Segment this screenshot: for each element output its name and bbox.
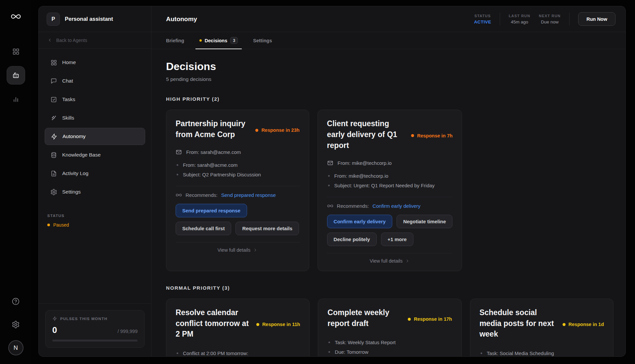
- response-badge: Response in 1d: [563, 307, 604, 340]
- detail-item: Task: Social Media Scheduling: [480, 348, 604, 356]
- nav-label: Activity Log: [62, 170, 88, 176]
- action-button-primary[interactable]: Send prepared response: [176, 204, 247, 217]
- sparkle-icon: [50, 115, 57, 122]
- detail-item: Task: Weekly Status Report: [327, 338, 452, 347]
- detail-item: From: sarah@acme.com: [176, 160, 300, 170]
- app-rail: N: [0, 0, 31, 364]
- normal-priority-grid: Resolve calendar conflict tomorrow at 2 …: [166, 299, 614, 356]
- agent-status-block: STATUS Paused: [39, 202, 151, 228]
- tab-settings[interactable]: Settings: [253, 32, 272, 49]
- action-buttons: Send prepared response Schedule call fir…: [176, 204, 300, 235]
- tab-briefing[interactable]: Briefing: [166, 32, 184, 49]
- rail-dashboard-button[interactable]: [9, 44, 23, 59]
- mail-row: From: mike@techcorp.io: [327, 160, 453, 166]
- decision-card: Schedule social media posts for next wee…: [470, 299, 614, 356]
- rail-analytics-button[interactable]: [9, 92, 23, 106]
- detail-item: From: mike@techcorp.io: [327, 171, 453, 181]
- meta-next-run: NEXT RUN Due now: [539, 14, 561, 24]
- bullet-icon: [328, 175, 330, 177]
- action-button[interactable]: Negotiate timeline: [397, 215, 452, 228]
- agent-avatar: P: [47, 13, 60, 26]
- dashboard-grid-icon: [12, 48, 20, 55]
- header-meta: STATUS ACTIVE LAST RUN 45m ago NEXT RUN …: [474, 12, 615, 26]
- infinity-icon: [176, 192, 182, 198]
- pulses-label: PULSES THIS MONTH: [60, 317, 107, 321]
- bullet-icon: [177, 174, 178, 175]
- nav-item-autonomy[interactable]: Autonomy: [45, 128, 145, 145]
- action-button[interactable]: Schedule call first: [176, 222, 231, 235]
- nav-item-settings[interactable]: Settings: [45, 183, 145, 200]
- action-button-more[interactable]: +1 more: [381, 233, 413, 246]
- section-label-high-priority: HIGH PRIORITY (2): [166, 96, 614, 102]
- rail-bottom: N: [8, 294, 23, 355]
- run-now-button[interactable]: Run Now: [578, 12, 615, 26]
- bullet-icon: [177, 352, 178, 354]
- bullet-icon: [177, 164, 178, 166]
- chevron-right-icon: [253, 248, 258, 252]
- detail-list: Task: Social Media Scheduling Drafts rea…: [480, 348, 604, 356]
- recommended-action-link[interactable]: Confirm early delivery: [372, 203, 420, 209]
- home-grid-icon: [50, 59, 57, 66]
- nav-item-skills[interactable]: Skills: [45, 109, 145, 127]
- status-value: Paused: [47, 222, 143, 228]
- nav-item-activity-log[interactable]: Activity Log: [45, 165, 145, 182]
- nav-label: Autonomy: [63, 133, 86, 139]
- user-avatar[interactable]: N: [8, 340, 23, 355]
- nav-label: Home: [62, 59, 76, 65]
- action-button[interactable]: Decline politely: [327, 233, 377, 246]
- decisions-count-badge: 3: [230, 37, 238, 44]
- back-label: Back to Agents: [56, 38, 87, 43]
- rail-settings-button[interactable]: [9, 317, 23, 332]
- decision-card: Resolve calendar conflict tomorrow at 2 …: [166, 299, 310, 356]
- recommendation-row: Recommends: Send prepared response: [176, 192, 300, 198]
- view-full-details-link[interactable]: View full details: [327, 253, 453, 268]
- document-icon: [50, 170, 57, 177]
- action-button-primary[interactable]: Confirm early delivery: [327, 215, 393, 228]
- nav-item-knowledge-base[interactable]: Knowledge Base: [45, 146, 145, 164]
- infinity-icon: [327, 203, 333, 209]
- pulses-used-count: 0: [52, 325, 57, 335]
- divider: [569, 13, 570, 25]
- nav-label: Knowledge Base: [62, 152, 101, 158]
- help-button[interactable]: [9, 294, 23, 309]
- nav-item-home[interactable]: Home: [45, 54, 145, 71]
- chevron-left-icon: [47, 38, 52, 43]
- agent-panel: P Personal assistant Back to Agents Home…: [39, 6, 151, 356]
- detail-list: Task: Weekly Status Report Due: Tomorrow: [327, 338, 452, 356]
- back-to-agents-link[interactable]: Back to Agents: [39, 32, 151, 49]
- gear-icon: [12, 320, 20, 329]
- agent-nav: Home Chat Tasks Skills Autonomy Knowledg…: [39, 49, 151, 202]
- card-title: Schedule social media posts for next wee…: [480, 307, 559, 340]
- task-check-icon: [50, 96, 57, 103]
- agent-title: Personal assistant: [65, 16, 113, 22]
- rail-agents-button[interactable]: [7, 66, 25, 85]
- help-circle-icon: [12, 297, 20, 306]
- tab-bar: Briefing Decisions 3 Settings: [151, 32, 625, 49]
- nav-item-chat[interactable]: Chat: [45, 72, 145, 90]
- action-button[interactable]: Request more details: [235, 222, 299, 235]
- decision-card: Partnership inquiry from Acme Corp Respo…: [166, 110, 309, 271]
- status-label: STATUS: [47, 214, 143, 218]
- view-full-details-link[interactable]: View full details: [176, 242, 300, 257]
- card-title: Resolve calendar conflict tomorrow at 2 …: [176, 307, 252, 340]
- robot-icon: [12, 71, 20, 80]
- main-header: Autonomy STATUS ACTIVE LAST RUN 45m ago …: [151, 6, 625, 32]
- envelope-icon: [327, 160, 333, 166]
- pulses-card: PULSES THIS MONTH 0 / 999,999: [45, 310, 145, 348]
- rail-nav: [7, 44, 25, 106]
- action-buttons: Confirm early delivery Negotiate timelin…: [327, 215, 453, 246]
- nav-item-tasks[interactable]: Tasks: [45, 91, 145, 108]
- response-badge: Response in 7h: [411, 118, 452, 151]
- recommendation-row: Recommends: Confirm early delivery: [327, 203, 453, 209]
- bullet-icon: [328, 342, 330, 343]
- tab-decisions[interactable]: Decisions 3: [199, 32, 238, 49]
- divider: [176, 186, 300, 186]
- panel-footer: PULSES THIS MONTH 0 / 999,999: [39, 303, 151, 356]
- recommended-action-link[interactable]: Send prepared response: [221, 192, 276, 198]
- pulses-progress-bar: [52, 340, 138, 342]
- bullet-icon: [328, 185, 330, 186]
- card-title: Partnership inquiry from Acme Corp: [176, 118, 251, 140]
- nav-label: Settings: [62, 189, 81, 195]
- card-title: Complete weekly report draft: [327, 307, 404, 329]
- priority-dot-icon: [256, 323, 259, 326]
